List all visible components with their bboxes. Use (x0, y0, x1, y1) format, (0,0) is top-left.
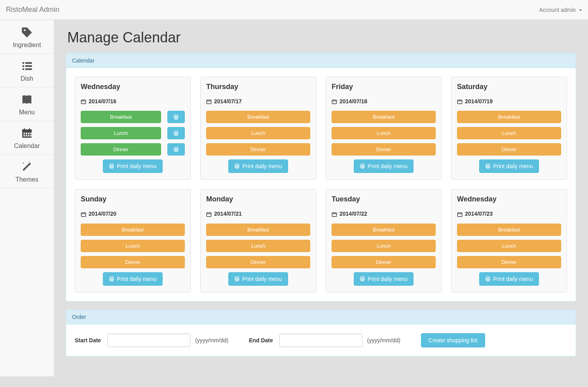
sidebar: IngredientDishMenuCalendarThemes (0, 20, 54, 376)
account-dropdown[interactable]: Account admin (539, 7, 582, 13)
day-date-value: 2014/07/16 (89, 98, 116, 104)
svg-point-22 (29, 161, 30, 162)
start-date-hint: (yyyy/mm/dd) (195, 337, 228, 343)
lunch-button[interactable]: Lunch (332, 240, 436, 252)
day-date-value: 2014/07/20 (89, 211, 116, 217)
print-daily-menu-button[interactable]: Print daily menu (479, 159, 539, 173)
print-breakfast-button[interactable] (167, 111, 185, 123)
breakfast-button[interactable]: Breakfast (457, 111, 561, 123)
end-date-input[interactable] (279, 334, 362, 347)
svg-rect-35 (175, 150, 177, 152)
sidebar-item-label: Themes (15, 176, 38, 183)
svg-rect-59 (487, 167, 489, 169)
day-date-value: 2014/07/22 (340, 211, 367, 217)
calendar-panel-heading: Calendar (66, 53, 576, 68)
meal-row: Lunch (457, 127, 561, 139)
account-label: Account admin (539, 7, 576, 13)
dinner-button[interactable]: Dinner (81, 256, 185, 268)
day-card: Monday2014/07/21BreakfastLunchDinnerPrin… (200, 189, 316, 292)
meal-row: Lunch (206, 240, 310, 252)
svg-rect-10 (29, 128, 30, 131)
print-daily-menu-button[interactable]: Print daily menu (354, 159, 413, 173)
meal-row: Dinner (457, 143, 561, 156)
day-date: 2014/07/16 (81, 98, 185, 104)
svg-rect-53 (457, 100, 462, 104)
meal-row: Dinner (332, 143, 436, 156)
calendar-icon (0, 127, 54, 140)
start-date-input[interactable] (107, 334, 190, 347)
print-lunch-button[interactable] (167, 127, 185, 139)
tag-icon (0, 26, 54, 39)
day-name: Saturday (457, 83, 561, 91)
print-icon (360, 276, 365, 282)
dinner-button[interactable]: Dinner (206, 143, 310, 156)
print-icon (234, 163, 240, 169)
lunch-button[interactable]: Lunch (206, 127, 310, 139)
calendar-icon (81, 211, 86, 217)
breakfast-button[interactable]: Breakfast (332, 224, 436, 236)
lunch-button[interactable]: Lunch (457, 127, 561, 139)
breakfast-button[interactable]: Breakfast (81, 224, 185, 236)
dinner-button[interactable]: Dinner (332, 143, 436, 156)
lunch-button[interactable]: Lunch (206, 240, 310, 252)
svg-rect-52 (361, 167, 364, 169)
breakfast-button[interactable]: Breakfast (457, 224, 561, 236)
lunch-button[interactable]: Lunch (457, 240, 561, 252)
calendar-icon (457, 98, 463, 104)
navbar-brand[interactable]: RistoMeal Admin (6, 6, 59, 14)
create-shopping-list-button[interactable]: Create shopping list (421, 333, 485, 347)
day-name: Thursday (206, 83, 310, 91)
svg-rect-14 (30, 133, 32, 135)
day-card: Wednesday2014/07/23BreakfastLunchDinnerP… (451, 189, 567, 292)
print-daily-menu-button[interactable]: Print daily menu (354, 272, 413, 286)
sidebar-item-ingredient[interactable]: Ingredient (0, 20, 54, 54)
sidebar-item-menu[interactable]: Menu (0, 87, 54, 121)
dinner-button[interactable]: Dinner (206, 256, 310, 268)
dinner-button[interactable]: Dinner (81, 143, 161, 156)
sidebar-item-dish[interactable]: Dish (0, 53, 54, 87)
svg-rect-87 (487, 279, 489, 281)
print-daily-menu-button[interactable]: Print daily menu (103, 159, 162, 173)
calendar-icon (332, 211, 337, 217)
print-icon (234, 276, 240, 282)
lunch-button[interactable]: Lunch (332, 127, 436, 139)
lunch-button[interactable]: Lunch (81, 127, 161, 139)
calendar-panel: Calendar Wednesday2014/07/16BreakfastLun… (66, 53, 576, 302)
sidebar-item-themes[interactable]: Themes (0, 154, 54, 188)
svg-point-21 (30, 164, 31, 165)
breakfast-button[interactable]: Breakfast (81, 111, 161, 123)
print-daily-menu-button[interactable]: Print daily menu (479, 272, 539, 286)
day-date: 2014/07/20 (81, 211, 185, 217)
print-dinner-button[interactable] (167, 143, 185, 156)
calendar-icon (332, 98, 337, 104)
meal-row: Dinner (81, 143, 185, 156)
meal-row: Lunch (81, 240, 185, 252)
svg-rect-18 (30, 135, 32, 137)
svg-rect-15 (24, 135, 25, 137)
print-daily-label: Print daily menu (493, 276, 533, 282)
dinner-button[interactable]: Dinner (457, 143, 561, 156)
lunch-button[interactable]: Lunch (81, 240, 185, 252)
breakfast-button[interactable]: Breakfast (332, 111, 436, 123)
dinner-button[interactable]: Dinner (332, 256, 436, 268)
print-daily-label: Print daily menu (368, 276, 407, 282)
svg-rect-66 (110, 279, 113, 281)
breakfast-button[interactable]: Breakfast (206, 224, 310, 236)
calendar-icon (457, 211, 463, 217)
dinner-button[interactable]: Dinner (457, 256, 561, 268)
end-date-hint: (yyyy/mm/dd) (367, 337, 400, 343)
meal-row: Lunch (332, 127, 436, 139)
chevron-down-icon (579, 9, 582, 11)
day-date: 2014/07/23 (457, 211, 561, 217)
svg-rect-4 (25, 65, 32, 67)
print-daily-label: Print daily menu (242, 163, 282, 169)
day-name: Sunday (81, 195, 185, 203)
day-date-value: 2014/07/17 (214, 98, 242, 104)
sidebar-item-calendar[interactable]: Calendar (0, 121, 54, 155)
print-daily-menu-button[interactable]: Print daily menu (228, 159, 288, 173)
print-daily-menu-button[interactable]: Print daily menu (103, 272, 162, 286)
print-daily-label: Print daily menu (117, 163, 156, 169)
breakfast-button[interactable]: Breakfast (206, 111, 310, 123)
print-daily-menu-button[interactable]: Print daily menu (228, 272, 288, 286)
svg-rect-8 (22, 129, 32, 132)
